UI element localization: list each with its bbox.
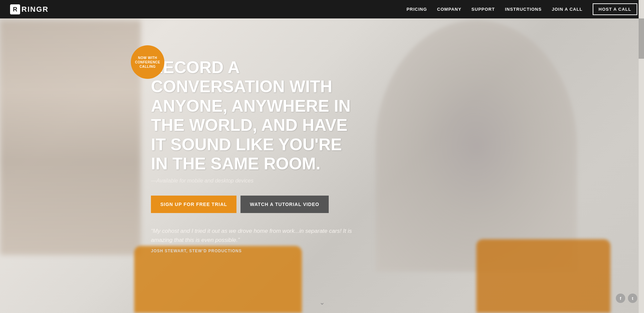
nav-host-a-call-button[interactable]: HOST A CALL xyxy=(593,3,637,15)
hero-buttons: SIGN UP FOR FREE TRIAL WATCh A TUTORIAL … xyxy=(151,196,644,213)
facebook-icon[interactable]: f xyxy=(616,294,625,303)
social-icons: f t xyxy=(616,294,637,303)
hero-subline: —Available for mobile and desktop device… xyxy=(151,178,644,184)
scrollbar-thumb[interactable] xyxy=(639,18,644,59)
logo: RiNGR xyxy=(10,4,49,14)
nav-link-company[interactable]: COMPANY xyxy=(437,7,461,12)
watch-tutorial-button[interactable]: WATCh A TUTORIAL VIDEO xyxy=(240,196,329,213)
twitter-icon[interactable]: t xyxy=(628,294,637,303)
conference-calling-badge: NOW WITH CONFERENCE CALLING xyxy=(131,45,164,79)
navbar-links: PRICING COMPANY SUPPORT INSTRUCTIONS JOI… xyxy=(407,3,637,15)
testimonial-author: JOSH STEWART, Stew’d Productions xyxy=(151,249,644,253)
badge-text: NOW WITH CONFERENCE CALLING xyxy=(135,56,160,69)
hero-headline: RECORD A CONVERSATION WITH ANYONE, ANYWH… xyxy=(151,58,359,174)
logo-icon xyxy=(10,4,20,14)
testimonial-quote: “My cohost and I tried it out as we drov… xyxy=(151,226,352,245)
signup-free-trial-button[interactable]: SIGN UP FOR FREE TRIAL xyxy=(151,196,236,213)
nav-link-instructions[interactable]: INSTRUCTIONS xyxy=(505,7,542,12)
nav-link-pricing[interactable]: PRICING xyxy=(407,7,427,12)
logo-text: RiNGR xyxy=(21,5,49,14)
navbar: RiNGR PRICING COMPANY SUPPORT INSTRUCTIO… xyxy=(0,0,644,18)
nav-link-join-a-call[interactable]: JOIN A CALL xyxy=(552,7,583,12)
scroll-down-arrow[interactable]: ⌄ xyxy=(319,298,325,306)
hero-section: NOW WITH CONFERENCE CALLING RECORD A CON… xyxy=(0,18,644,313)
scrollbar[interactable] xyxy=(639,0,644,313)
nav-link-support[interactable]: SUPPORT xyxy=(472,7,495,12)
